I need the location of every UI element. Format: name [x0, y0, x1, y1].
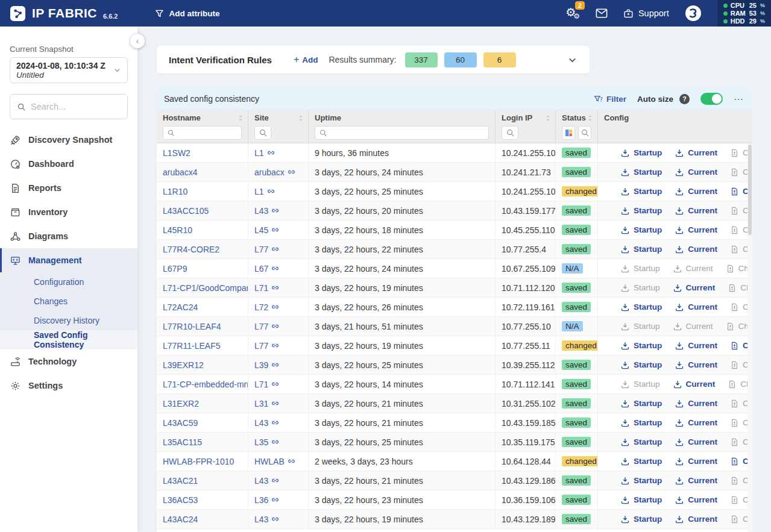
sidebar-item-diagrams[interactable]: Diagrams — [0, 224, 137, 248]
sidebar-item-settings[interactable]: Settings — [0, 374, 137, 398]
hostname-link[interactable]: L43AC21 — [163, 476, 198, 486]
hostname-link[interactable]: L43AC24 — [163, 515, 198, 524]
autosize-toggle[interactable] — [700, 93, 723, 105]
config-current-action[interactable]: Current — [675, 457, 717, 466]
config-startup-action[interactable]: Startup — [621, 515, 662, 524]
hostname-link[interactable]: L35AC115 — [163, 437, 202, 447]
config-startup-action[interactable]: Startup — [621, 360, 662, 369]
config-startup-action[interactable]: Startup — [621, 148, 662, 157]
hostname-link[interactable]: L1SW2 — [163, 148, 190, 158]
filter-button[interactable]: Filter — [594, 95, 626, 104]
hostname-link[interactable]: L77R11-LEAF5 — [163, 341, 220, 351]
config-current-action[interactable]: Current — [675, 399, 717, 408]
site-link[interactable]: L45 — [254, 225, 279, 235]
site-link[interactable]: L31 — [254, 399, 279, 408]
sort-icon[interactable] — [545, 114, 551, 122]
config-startup-action[interactable]: Startup — [621, 418, 662, 427]
config-current-action[interactable]: Current — [675, 302, 717, 311]
sidebar-search[interactable] — [10, 94, 128, 119]
table-scrollbar[interactable] — [747, 143, 752, 532]
site-link[interactable]: L36 — [254, 495, 279, 505]
config-startup-action[interactable]: Startup — [621, 245, 662, 254]
sidebar-item-reports[interactable]: Reports — [0, 176, 137, 200]
config-startup-action[interactable]: Startup — [621, 476, 662, 485]
hostname-link[interactable]: L72AC24 — [163, 302, 198, 312]
summary-count-badge-amber[interactable]: 6 — [483, 52, 516, 67]
site-link[interactable]: L43 — [254, 418, 279, 428]
add-rule-button[interactable]: + Add — [294, 54, 318, 65]
column-search-button[interactable] — [254, 126, 271, 140]
hostname-link[interactable]: L43AC59 — [163, 418, 198, 428]
column-search-button[interactable] — [578, 126, 591, 140]
site-link[interactable]: L77 — [254, 322, 279, 331]
site-link[interactable]: L39 — [254, 360, 279, 370]
config-current-action[interactable]: Current — [675, 187, 717, 196]
config-startup-action[interactable]: Startup — [621, 399, 662, 408]
search-input[interactable] — [31, 102, 120, 111]
hostname-link[interactable]: L71-CP1/GoodCompany — [163, 283, 248, 293]
column-header-login-ip[interactable]: Login IP — [496, 110, 556, 126]
config-current-action[interactable]: Current — [675, 225, 717, 234]
hostname-link[interactable]: L39EXR12 — [163, 360, 204, 370]
site-link[interactable]: L67 — [254, 264, 279, 274]
column-search-input[interactable] — [315, 126, 489, 140]
sidebar-item-inventory[interactable]: Inventory — [0, 200, 137, 224]
config-current-action[interactable]: Current — [675, 495, 717, 504]
config-current-action[interactable]: Current — [675, 341, 717, 350]
column-search-input[interactable] — [163, 126, 242, 140]
summary-count-badge-green[interactable]: 337 — [405, 52, 438, 67]
config-current-action[interactable]: Current — [673, 283, 716, 292]
more-options-button[interactable]: ⋯ — [734, 93, 744, 105]
site-link[interactable]: HWLAB — [254, 457, 295, 466]
support-button[interactable]: Support — [623, 8, 669, 19]
config-current-action[interactable]: Current — [675, 167, 717, 177]
help-icon[interactable]: ? — [679, 94, 690, 104]
column-header-uptime[interactable]: Uptime — [309, 110, 496, 126]
config-current-action[interactable]: Current — [675, 418, 717, 427]
config-current-action[interactable]: Current — [675, 360, 717, 369]
user-avatar[interactable] — [685, 5, 702, 22]
ipfabric-logo-icon[interactable] — [10, 5, 26, 22]
add-attribute-button[interactable]: Add attribute — [155, 9, 219, 18]
summary-count-badge-blue[interactable]: 60 — [444, 52, 477, 67]
config-current-action[interactable]: Current — [675, 476, 717, 485]
sidebar-item-management[interactable]: Management — [0, 248, 137, 272]
hostname-link[interactable]: L45R10 — [163, 225, 192, 235]
config-startup-action[interactable]: Startup — [621, 167, 662, 177]
hostname-link[interactable]: L31EXR2 — [163, 399, 199, 408]
site-link[interactable]: L77 — [254, 245, 279, 254]
site-link[interactable]: L43 — [254, 206, 279, 216]
hostname-link[interactable]: L43ACC105 — [163, 206, 209, 216]
sort-icon[interactable] — [298, 114, 304, 122]
panel-expand-button[interactable] — [567, 55, 577, 65]
column-search-button[interactable] — [502, 126, 518, 140]
config-startup-action[interactable]: Startup — [621, 457, 662, 466]
column-header-hostname[interactable]: Hostname — [157, 110, 248, 126]
hostname-link[interactable]: L77R4-CORE2 — [163, 245, 219, 254]
site-link[interactable]: L72 — [254, 302, 279, 312]
sidebar-subitem-changes[interactable]: Changes — [0, 292, 137, 311]
column-header-site[interactable]: Site — [248, 110, 309, 126]
automation-gears-button[interactable]: ⚙⚙ 2 — [565, 7, 580, 20]
hostname-link[interactable]: L36AC53 — [163, 495, 198, 505]
sidebar-subitem-discovery-history[interactable]: Discovery History — [0, 311, 137, 330]
config-current-action[interactable]: Current — [675, 148, 717, 157]
hostname-link[interactable]: L77R10-LEAF4 — [163, 322, 221, 331]
config-current-action[interactable]: Current — [675, 245, 717, 254]
sidebar-item-technology[interactable]: Technology — [0, 349, 137, 374]
config-startup-action[interactable]: Startup — [621, 495, 662, 504]
scrollbar-thumb[interactable] — [748, 145, 752, 235]
config-current-action[interactable]: Current — [673, 380, 716, 389]
hostname-link[interactable]: L71-CP-embedded-mng — [163, 380, 248, 389]
site-link[interactable]: L71 — [254, 283, 279, 293]
config-startup-action[interactable]: Startup — [621, 437, 662, 446]
sidebar-subitem-configuration[interactable]: Configuration — [0, 272, 137, 292]
column-header-config[interactable]: Config — [598, 110, 752, 126]
config-startup-action[interactable]: Startup — [621, 187, 662, 196]
sidebar-subitem-saved-config-consistency[interactable]: Saved Config Consistency — [0, 330, 137, 349]
site-link[interactable]: L1 — [254, 148, 275, 158]
config-startup-action[interactable]: Startup — [621, 302, 662, 311]
config-startup-action[interactable]: Startup — [621, 225, 662, 234]
site-link[interactable]: L71 — [254, 380, 279, 389]
site-link[interactable]: L77 — [254, 341, 279, 351]
